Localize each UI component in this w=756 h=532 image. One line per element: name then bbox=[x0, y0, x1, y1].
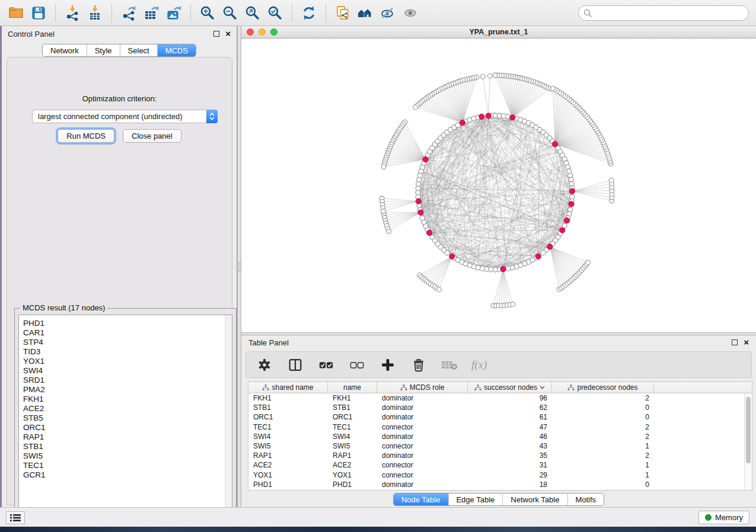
table-cell[interactable]: dominator bbox=[377, 432, 468, 441]
mcds-result-item[interactable]: RAP1 bbox=[19, 432, 232, 442]
table-scrollbar[interactable] bbox=[744, 393, 752, 490]
mcds-dominator-node[interactable] bbox=[486, 113, 491, 118]
zoom-in-button[interactable] bbox=[197, 3, 218, 23]
table-cell[interactable]: 2 bbox=[552, 422, 654, 432]
table-cell[interactable]: FKH1 bbox=[248, 393, 328, 403]
import-table-button[interactable] bbox=[85, 3, 105, 23]
zoom-selected-button[interactable] bbox=[265, 3, 285, 23]
table-cell[interactable]: RAP1 bbox=[328, 451, 377, 460]
export-image-button[interactable] bbox=[164, 3, 184, 23]
optimization-criterion-dropdown[interactable]: largest connected component (undirected) bbox=[32, 110, 218, 123]
network-canvas[interactable] bbox=[241, 39, 756, 332]
tab-mcds[interactable]: MCDS bbox=[158, 44, 196, 56]
table-cell[interactable]: 29 bbox=[468, 470, 552, 480]
table-row[interactable]: STB1STB1dominator620 bbox=[248, 403, 752, 412]
show-all-button[interactable] bbox=[400, 3, 420, 23]
apply-layout-button[interactable] bbox=[299, 3, 319, 23]
satellite-node[interactable] bbox=[493, 73, 497, 78]
table-row[interactable]: SWI4SWI4dominator462 bbox=[248, 432, 752, 441]
search-input[interactable] bbox=[592, 7, 748, 19]
mcds-result-item[interactable]: PHD1 bbox=[19, 319, 232, 328]
select-all-button[interactable] bbox=[317, 356, 335, 374]
column-header-mcds-role[interactable]: MCDS role bbox=[377, 382, 468, 393]
table-cell[interactable]: 35 bbox=[468, 451, 552, 460]
tab-select[interactable]: Select bbox=[120, 44, 158, 56]
mcds-dominator-node[interactable] bbox=[449, 254, 455, 259]
table-row[interactable]: PHD1PHD1dominator180 bbox=[248, 480, 752, 489]
table-row[interactable]: ORC1ORC1dominator610 bbox=[248, 412, 752, 422]
tab-motifs[interactable]: Motifs bbox=[567, 493, 604, 505]
mcds-result-item[interactable]: GCR1 bbox=[19, 470, 232, 480]
table-cell[interactable]: 43 bbox=[468, 441, 552, 451]
mcds-result-item[interactable]: SRD1 bbox=[19, 376, 232, 385]
mcds-dominator-node[interactable] bbox=[423, 156, 428, 162]
deselect-all-button[interactable] bbox=[348, 356, 366, 374]
table-cell[interactable]: 0 bbox=[552, 403, 654, 412]
table-cell[interactable]: 1 bbox=[552, 441, 654, 451]
table-cell[interactable]: 62 bbox=[468, 403, 552, 412]
table-row[interactable]: RAP1RAP1dominator352 bbox=[248, 451, 752, 460]
mcds-result-item[interactable]: STB1 bbox=[19, 442, 232, 451]
mcds-result-item[interactable]: STP4 bbox=[19, 338, 232, 347]
table-cell[interactable]: YOX1 bbox=[328, 470, 377, 480]
show-columns-button[interactable] bbox=[286, 356, 304, 374]
table-cell[interactable]: STB1 bbox=[328, 403, 377, 412]
table-cell[interactable]: PHD1 bbox=[248, 480, 328, 489]
open-session-button[interactable] bbox=[6, 3, 26, 23]
satellite-node[interactable] bbox=[381, 165, 386, 169]
table-cell[interactable]: connector bbox=[377, 422, 468, 432]
tab-node-table[interactable]: Node Table bbox=[394, 493, 449, 505]
memory-button[interactable]: Memory bbox=[698, 511, 749, 524]
tab-edge-table[interactable]: Edge Table bbox=[448, 493, 503, 505]
export-network-button[interactable] bbox=[119, 3, 139, 23]
table-cell[interactable]: dominator bbox=[377, 451, 468, 460]
mcds-dominator-node[interactable] bbox=[560, 227, 565, 233]
mcds-dominator-node[interactable] bbox=[460, 120, 465, 126]
ring-node[interactable] bbox=[506, 266, 511, 271]
mcds-result-item[interactable]: SWI5 bbox=[19, 451, 232, 461]
mcds-dominator-node[interactable] bbox=[500, 267, 506, 272]
mcds-dominator-node[interactable] bbox=[535, 254, 541, 259]
table-cell[interactable]: SWI5 bbox=[248, 441, 328, 451]
table-cell[interactable]: PHD1 bbox=[328, 480, 377, 489]
table-cell[interactable]: 31 bbox=[468, 460, 552, 470]
table-cell[interactable]: ACE2 bbox=[328, 460, 377, 470]
mcds-result-item[interactable]: CAR1 bbox=[19, 328, 232, 338]
create-column-button[interactable] bbox=[379, 356, 397, 374]
satellite-node[interactable] bbox=[387, 229, 391, 233]
table-cell[interactable]: 2 bbox=[552, 432, 654, 441]
zoom-fit-button[interactable] bbox=[243, 3, 263, 23]
float-panel-icon[interactable] bbox=[213, 31, 219, 37]
import-network-button[interactable] bbox=[62, 3, 82, 23]
mcds-list-scrollbar[interactable] bbox=[225, 315, 232, 523]
table-cell[interactable]: dominator bbox=[377, 403, 468, 412]
table-cell[interactable]: 1 bbox=[552, 460, 654, 470]
table-cell[interactable]: connector bbox=[377, 470, 468, 480]
export-table-button[interactable] bbox=[141, 3, 161, 23]
table-cell[interactable]: connector bbox=[377, 441, 468, 451]
close-panel-icon[interactable]: × bbox=[225, 31, 231, 37]
tab-style[interactable]: Style bbox=[87, 44, 120, 56]
satellite-node[interactable] bbox=[609, 178, 614, 183]
column-header-predecessor-nodes[interactable]: predecessor nodes bbox=[552, 382, 654, 393]
close-table-panel-icon[interactable]: × bbox=[744, 339, 749, 345]
mcds-dominator-node[interactable] bbox=[416, 198, 421, 204]
table-cell[interactable]: 0 bbox=[552, 412, 654, 422]
first-neighbors-button[interactable] bbox=[355, 3, 375, 23]
table-row[interactable]: ACE2ACE2connector311 bbox=[248, 460, 752, 470]
save-session-button[interactable] bbox=[28, 3, 49, 23]
table-cell[interactable]: connector bbox=[377, 460, 468, 470]
table-cell[interactable]: dominator bbox=[377, 412, 468, 422]
column-header-shared-name[interactable]: shared name bbox=[248, 382, 328, 393]
table-row[interactable]: TEC1TEC1connector472 bbox=[248, 422, 752, 432]
close-panel-button[interactable]: Close panel bbox=[123, 129, 181, 143]
mcds-dominator-node[interactable] bbox=[547, 244, 553, 249]
satellite-node[interactable] bbox=[437, 287, 442, 292]
satellite-node[interactable] bbox=[488, 73, 493, 78]
table-cell[interactable]: ORC1 bbox=[328, 412, 377, 422]
table-scrollbar-thumb[interactable] bbox=[746, 397, 751, 463]
table-cell[interactable]: SWI4 bbox=[248, 432, 328, 441]
ring-node[interactable] bbox=[420, 216, 425, 220]
table-cell[interactable]: YOX1 bbox=[248, 470, 328, 480]
mcds-dominator-node[interactable] bbox=[427, 230, 432, 235]
